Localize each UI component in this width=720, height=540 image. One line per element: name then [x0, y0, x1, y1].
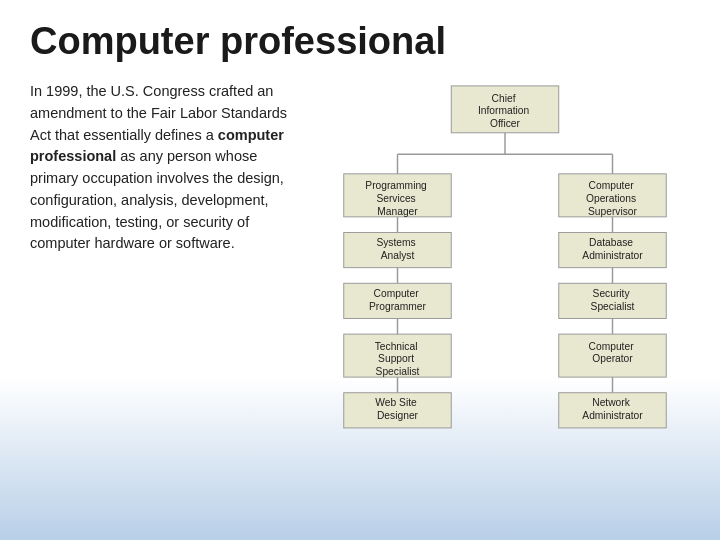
- label-co: Computer Operator: [589, 341, 637, 365]
- content-area: In 1999, the U.S. Congress crafted an am…: [30, 81, 690, 520]
- body-text: In 1999, the U.S. Congress crafted an am…: [30, 81, 300, 520]
- label-sa: Systems Analyst: [376, 237, 418, 261]
- org-chart-svg: .box { fill: #e8e8d0; stroke: #999; stro…: [320, 81, 690, 511]
- page-title: Computer professional: [30, 20, 690, 63]
- label-dba: Database Administrator: [582, 237, 643, 261]
- label-tss: Technical Support Specialist: [375, 341, 421, 377]
- label-cos: Computer Operations Supervisor: [586, 180, 639, 216]
- page-container: Computer professional In 1999, the U.S. …: [0, 0, 720, 540]
- label-wsd: Web Site Designer: [375, 397, 419, 421]
- label-cp: Computer Programmer: [369, 288, 427, 312]
- label-ss: Security Specialist: [591, 288, 635, 312]
- org-chart: .box { fill: #e8e8d0; stroke: #999; stro…: [320, 81, 690, 520]
